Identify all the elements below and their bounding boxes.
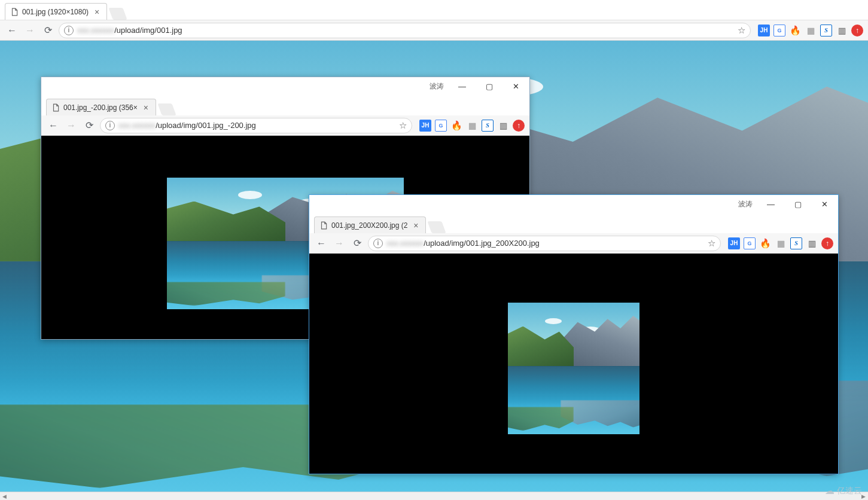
extension-red-icon[interactable]: ↑	[821, 237, 833, 249]
extension-translate-icon[interactable]: G	[744, 237, 756, 249]
main-toolbar: ← → ⟳ i xxx.xxxxxx /upload/img/001.jpg ☆…	[0, 20, 868, 41]
watermark-text: 亿速云	[837, 486, 862, 496]
extension-grid-icon[interactable]: ▦	[466, 120, 478, 132]
win3-tabstrip: 001.jpg_200X200.jpg (2 ×	[309, 213, 838, 233]
site-info-icon[interactable]: i	[64, 26, 74, 35]
blurred-host: xxx.xxxxxx	[118, 121, 156, 130]
extension-translate-icon[interactable]: G	[435, 120, 447, 132]
win3-user-label: 波涛	[736, 199, 753, 209]
win2-controls: — ▢ ✕	[449, 78, 529, 94]
win3-titlebar: 波涛 — ▢ ✕	[309, 195, 838, 213]
blurred-host: xxx.xxxxxx	[386, 239, 424, 248]
extension-jh-icon[interactable]: JH	[728, 237, 740, 249]
tab-close-icon[interactable]: ×	[92, 7, 102, 17]
maximize-button[interactable]: ▢	[784, 196, 811, 212]
win3-content	[309, 254, 838, 474]
main-tab[interactable]: 001.jpg (1920×1080) ×	[5, 3, 107, 20]
address-bar[interactable]: i xxx.xxxxxx /upload/img/001.jpg_-200.jp…	[100, 118, 412, 133]
status-bar: ◀ ▶	[0, 492, 868, 500]
tab-close-icon[interactable]: ×	[411, 221, 421, 230]
main-tabstrip: 001.jpg (1920×1080) ×	[0, 0, 868, 20]
forward-button: →	[64, 118, 78, 133]
file-icon	[51, 103, 60, 112]
extension-icons: JH G 🔥 ▦ S ▥ ↑	[754, 25, 863, 36]
reload-button[interactable]: ⟳	[350, 236, 364, 251]
watermark: ☁ 亿速云	[825, 485, 862, 496]
win2-titlebar: 波涛 — ▢ ✕	[41, 77, 529, 95]
scroll-left-icon[interactable]: ◀	[2, 493, 7, 499]
extension-icons: JH G 🔥 ▦ S ▥ ↑	[416, 120, 525, 132]
tab-close-icon[interactable]: ×	[141, 103, 151, 112]
extension-bars-icon[interactable]: ▥	[836, 25, 848, 36]
extension-flame-icon[interactable]: 🔥	[759, 237, 771, 249]
new-tab-button[interactable]	[157, 103, 176, 115]
extension-grid-icon[interactable]: ▦	[775, 237, 787, 249]
back-button[interactable]: ←	[314, 236, 328, 251]
main-tab-title: 001.jpg (1920×1080)	[22, 8, 89, 16]
site-info-icon[interactable]: i	[105, 121, 115, 130]
site-info-icon[interactable]: i	[373, 239, 383, 248]
bookmark-star-icon[interactable]: ☆	[708, 238, 715, 249]
extension-bars-icon[interactable]: ▥	[497, 120, 509, 132]
extension-s-icon[interactable]: S	[820, 25, 832, 36]
win3-controls: — ▢ ✕	[757, 196, 838, 212]
close-button[interactable]: ✕	[502, 78, 529, 94]
image-thumb-200x200	[508, 303, 639, 434]
win3-tab-title: 001.jpg_200X200.jpg (2	[331, 221, 407, 230]
browser-window-3: 波涛 — ▢ ✕ 001.jpg_200X200.jpg (2 × ← → ⟳ …	[309, 194, 839, 474]
extension-jh-icon[interactable]: JH	[758, 25, 770, 36]
back-button[interactable]: ←	[5, 23, 19, 38]
blurred-host: xxx.xxxxxx	[77, 26, 114, 35]
extension-s-icon[interactable]: S	[482, 120, 494, 132]
extension-flame-icon[interactable]: 🔥	[789, 25, 801, 36]
forward-button: →	[23, 23, 37, 38]
win3-toolbar: ← → ⟳ i xxx.xxxxxx /upload/img/001.jpg_2…	[309, 233, 838, 254]
extension-flame-icon[interactable]: 🔥	[450, 120, 462, 132]
new-tab-button[interactable]	[108, 8, 127, 20]
minimize-button[interactable]: —	[449, 78, 476, 94]
maximize-button[interactable]: ▢	[476, 78, 502, 94]
bookmark-star-icon[interactable]: ☆	[738, 25, 745, 36]
back-button[interactable]: ←	[46, 118, 60, 133]
file-icon	[10, 8, 19, 16]
reload-button[interactable]: ⟳	[82, 118, 96, 133]
extension-red-icon[interactable]: ↑	[851, 25, 863, 36]
win2-tab-title: 001.jpg_-200.jpg (356×	[63, 103, 138, 112]
reload-button[interactable]: ⟳	[41, 23, 55, 38]
win2-tabstrip: 001.jpg_-200.jpg (356× ×	[41, 95, 529, 115]
new-tab-button[interactable]	[428, 221, 446, 233]
extension-bars-icon[interactable]: ▥	[806, 237, 818, 249]
extension-grid-icon[interactable]: ▦	[805, 25, 817, 36]
close-button[interactable]: ✕	[811, 196, 838, 212]
extension-translate-icon[interactable]: G	[773, 25, 785, 36]
win3-tab[interactable]: 001.jpg_200X200.jpg (2 ×	[314, 217, 426, 233]
extension-icons: JH G 🔥 ▦ S ▥ ↑	[724, 237, 833, 249]
extension-red-icon[interactable]: ↑	[513, 120, 525, 132]
cloud-icon: ☁	[825, 485, 835, 496]
minimize-button[interactable]: —	[757, 196, 784, 212]
bookmark-star-icon[interactable]: ☆	[399, 120, 407, 131]
address-bar[interactable]: i xxx.xxxxxx /upload/img/001.jpg ☆	[59, 23, 751, 38]
win2-user-label: 波涛	[427, 81, 444, 92]
url-path: /upload/img/001.jpg_200X200.jpg	[424, 239, 704, 248]
extension-jh-icon[interactable]: JH	[419, 120, 431, 132]
url-path: /upload/img/001.jpg_-200.jpg	[156, 121, 395, 130]
file-icon	[319, 221, 328, 230]
win2-tab[interactable]: 001.jpg_-200.jpg (356× ×	[46, 99, 156, 115]
extension-s-icon[interactable]: S	[790, 237, 802, 249]
scroll-right-icon[interactable]: ▶	[861, 493, 866, 499]
win2-toolbar: ← → ⟳ i xxx.xxxxxx /upload/img/001.jpg_-…	[41, 115, 529, 136]
address-bar[interactable]: i xxx.xxxxxx /upload/img/001.jpg_200X200…	[368, 236, 721, 251]
url-path: /upload/img/001.jpg	[114, 26, 734, 35]
forward-button: →	[332, 236, 346, 251]
